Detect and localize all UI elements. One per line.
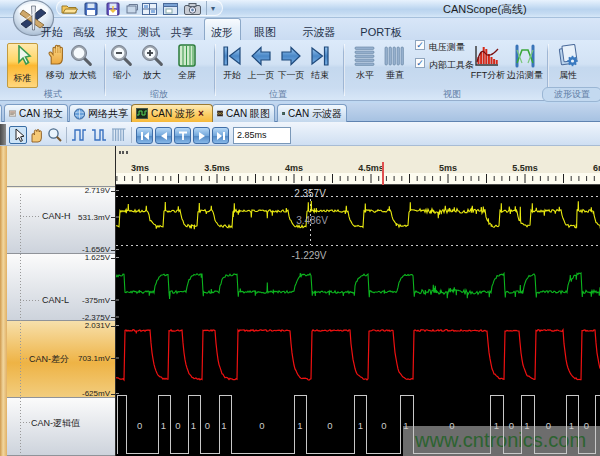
svg-text:1: 1 [221,420,226,431]
svg-text:1: 1 [161,420,166,431]
svg-text:www.cntronics.com: www.cntronics.com [414,429,586,451]
svg-text:0: 0 [381,420,386,431]
svg-text:0: 0 [137,420,142,431]
svg-text:1: 1 [297,420,302,431]
svg-text:3.486V: 3.486V [296,215,328,226]
svg-text:0: 0 [327,420,332,431]
svg-text:1: 1 [524,420,529,431]
svg-text:-1.229V: -1.229V [291,250,326,261]
svg-text:0: 0 [175,420,180,431]
svg-text:0: 0 [205,420,210,431]
svg-text:1: 1 [191,420,196,431]
svg-text:1: 1 [494,420,499,431]
svg-text:2.357V: 2.357V [294,188,326,199]
svg-text:0: 0 [259,420,264,431]
svg-text:0: 0 [509,420,514,431]
svg-text:1: 1 [403,420,408,431]
svg-text:0: 0 [584,420,589,431]
svg-text:1: 1 [569,420,574,431]
svg-text:1: 1 [358,420,363,431]
svg-text:0: 0 [546,420,551,431]
svg-text:0: 0 [449,420,454,431]
